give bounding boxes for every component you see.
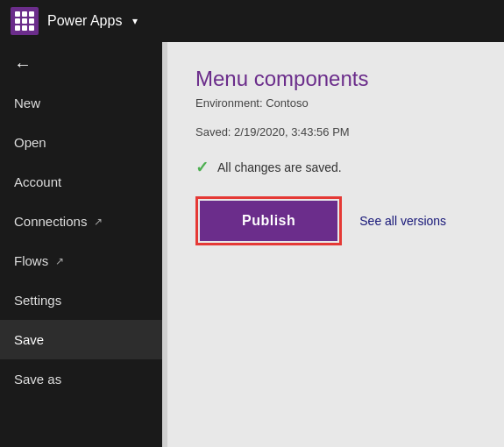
saved-status: ✓ All changes are saved.	[195, 158, 476, 177]
saved-status-text: All changes are saved.	[217, 160, 342, 174]
sidebar-item-connections-label: Connections	[14, 214, 87, 229]
right-panel: Menu components Environment: Contoso Sav…	[162, 42, 504, 447]
panel-saved-time: Saved: 2/19/2020, 3:43:56 PM	[195, 125, 476, 138]
chevron-down-icon[interactable]: ▾	[132, 15, 138, 27]
action-row: Publish See all versions	[195, 196, 476, 245]
sidebar-item-save-as[interactable]: Save as	[0, 359, 162, 399]
sidebar-item-flows[interactable]: Flows ↗	[0, 241, 162, 280]
top-bar: Power Apps ▾	[0, 0, 504, 42]
external-link-icon-flows: ↗	[55, 255, 64, 267]
sidebar: ← New Open Account Connections ↗ Flows ↗…	[0, 42, 162, 447]
panel-content: Menu components Environment: Contoso Sav…	[195, 67, 476, 245]
sidebar-item-save[interactable]: Save	[0, 320, 162, 359]
panel-environment: Environment: Contoso	[195, 96, 476, 110]
waffle-icon[interactable]	[11, 7, 39, 35]
check-icon: ✓	[195, 158, 209, 177]
sidebar-item-connections[interactable]: Connections ↗	[0, 202, 162, 241]
see-all-versions-link[interactable]: See all versions	[359, 214, 446, 228]
scroll-indicator	[162, 42, 167, 447]
app-name: Power Apps	[47, 13, 122, 29]
sidebar-item-save-label: Save	[14, 332, 44, 347]
sidebar-item-account-label: Account	[14, 174, 61, 189]
sidebar-item-flows-label: Flows	[14, 253, 48, 268]
sidebar-item-open[interactable]: Open	[0, 123, 162, 162]
publish-button[interactable]: Publish	[200, 201, 337, 241]
sidebar-item-new[interactable]: New	[0, 83, 162, 123]
sidebar-item-new-label: New	[14, 96, 40, 110]
sidebar-item-open-label: Open	[14, 135, 46, 150]
panel-title: Menu components	[195, 67, 476, 91]
sidebar-item-save-as-label: Save as	[14, 372, 61, 387]
back-arrow-icon: ←	[14, 54, 32, 74]
publish-button-wrapper: Publish	[195, 196, 342, 245]
sidebar-item-account[interactable]: Account	[0, 162, 162, 202]
main-content: ← New Open Account Connections ↗ Flows ↗…	[0, 42, 504, 447]
external-link-icon: ↗	[94, 216, 103, 228]
sidebar-item-settings-label: Settings	[14, 293, 61, 308]
sidebar-item-settings[interactable]: Settings	[0, 280, 162, 320]
back-button[interactable]: ←	[0, 46, 162, 83]
